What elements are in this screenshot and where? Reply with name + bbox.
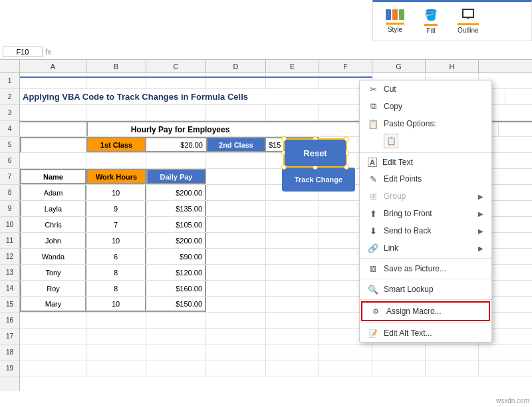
ctx-cut[interactable]: ✂ Cut	[360, 80, 491, 98]
row-header-10[interactable]: 10	[0, 217, 19, 233]
ctx-save-as-picture[interactable]: 🖼 Save as Picture...	[360, 260, 491, 277]
ctx-link[interactable]: 🔗 Link ▶	[360, 239, 491, 257]
row-header-9[interactable]: 9	[0, 201, 19, 217]
ctx-bring-to-front[interactable]: ⬆ Bring to Front ▶	[360, 205, 491, 222]
cell-c11[interactable]: 10	[86, 233, 146, 248]
cell-e14[interactable]	[206, 281, 266, 296]
cell-b1[interactable]	[20, 73, 86, 88]
cell-f12[interactable]	[266, 249, 319, 264]
col-header-d[interactable]: D	[206, 60, 266, 72]
cell-e12[interactable]	[206, 249, 266, 264]
cell-d1[interactable]	[146, 73, 206, 88]
cell-h18[interactable]	[372, 344, 426, 360]
cell-d11[interactable]: $200.00	[146, 233, 206, 248]
row-header-13[interactable]: 13	[0, 265, 19, 281]
cell-f1[interactable]	[266, 73, 319, 88]
cell-d10[interactable]: $105.00	[146, 217, 206, 232]
cell-c12[interactable]: 6	[86, 249, 146, 264]
style-button[interactable]: Style	[381, 6, 409, 37]
cell-c7-workhours[interactable]: Work Hours	[86, 169, 146, 184]
track-change-button[interactable]: Track Change	[282, 168, 355, 192]
cell-d3[interactable]	[146, 105, 206, 120]
ctx-edit-alt-text[interactable]: 📝 Edit Alt Text...	[360, 325, 491, 342]
row-header-1[interactable]: 1	[0, 73, 19, 89]
row-header-18[interactable]: 18	[0, 344, 19, 360]
cell-d15[interactable]: $150.00	[146, 297, 206, 312]
cell-e15[interactable]	[206, 297, 266, 312]
cell-c1[interactable]	[86, 73, 146, 88]
ctx-smart-lookup[interactable]: 🔍 Smart Lookup	[360, 281, 491, 298]
ctx-assign-macro[interactable]: ⚙ Assign Macro...	[361, 301, 490, 321]
row-header-8[interactable]: 8	[0, 185, 19, 201]
cell-b16[interactable]	[20, 313, 86, 328]
cell-c14[interactable]: 8	[86, 281, 146, 296]
cell-d6[interactable]	[146, 153, 206, 168]
cell-d17[interactable]	[146, 329, 206, 344]
cell-e17[interactable]	[206, 329, 266, 344]
cell-c17[interactable]	[86, 329, 146, 344]
cell-c3[interactable]	[86, 105, 146, 120]
cell-d13[interactable]: $120.00	[146, 265, 206, 280]
cell-f19[interactable]	[266, 360, 319, 376]
cell-b10-chris[interactable]: Chris	[20, 217, 86, 232]
cell-e7[interactable]	[206, 169, 266, 184]
cell-b11[interactable]: John	[20, 233, 86, 248]
ctx-group[interactable]: ⊞ Group ▶	[360, 188, 491, 205]
cell-d9[interactable]: $135.00	[146, 201, 206, 216]
cell-b15[interactable]: Mary	[20, 297, 86, 312]
ctx-send-to-back[interactable]: ⬇ Send to Back ▶	[360, 222, 491, 239]
fill-button[interactable]: 🪣 Fill	[420, 5, 442, 38]
row-header-7[interactable]: 7	[0, 169, 19, 185]
row-header-6[interactable]: 6	[0, 153, 19, 169]
cell-d12[interactable]: $90.00	[146, 249, 206, 264]
cell-d16[interactable]	[146, 313, 206, 328]
cell-i19[interactable]	[426, 360, 479, 376]
row-header-16[interactable]: 16	[0, 313, 19, 329]
cell-b2-title[interactable]: Applying VBA Code to Track Changes in Fo…	[20, 89, 339, 104]
cell-b6[interactable]	[20, 153, 86, 168]
cell-d4[interactable]	[273, 122, 332, 136]
row-header-14[interactable]: 14	[0, 281, 19, 297]
row-header-4[interactable]: 4	[0, 121, 19, 137]
name-box[interactable]	[3, 47, 43, 57]
cell-c5-1stclass[interactable]: 1st Class	[86, 137, 146, 152]
cell-d19[interactable]	[146, 360, 206, 376]
col-header-h[interactable]: H	[426, 60, 479, 72]
ctx-edit-points[interactable]: ✎ Edit Points	[360, 170, 491, 188]
cell-f10[interactable]	[266, 217, 319, 232]
cell-e10[interactable]	[206, 217, 266, 232]
cell-h19[interactable]	[372, 360, 426, 376]
cell-g18[interactable]	[319, 344, 372, 360]
cell-h2[interactable]	[505, 89, 532, 104]
cell-c15[interactable]: 10	[86, 297, 146, 312]
cell-f13[interactable]	[266, 265, 319, 280]
cell-c18[interactable]	[86, 344, 146, 360]
cell-e1[interactable]	[206, 73, 266, 88]
cell-c6[interactable]	[86, 153, 146, 168]
cell-b3[interactable]	[20, 105, 86, 120]
cell-f9[interactable]	[266, 201, 319, 216]
cell-d5-value[interactable]: $20.00	[146, 137, 206, 152]
row-header-2[interactable]: 2	[0, 89, 19, 105]
cell-c9[interactable]: 9	[86, 201, 146, 216]
col-header-f[interactable]: F	[319, 60, 372, 72]
cell-e19[interactable]	[206, 360, 266, 376]
cell-f15[interactable]	[266, 297, 319, 312]
cell-e6[interactable]	[206, 153, 266, 168]
cell-f18[interactable]	[266, 344, 319, 360]
cell-i18[interactable]	[426, 344, 479, 360]
cell-d14[interactable]: $160.00	[146, 281, 206, 296]
cell-e9[interactable]	[206, 201, 266, 216]
col-header-c[interactable]: C	[146, 60, 206, 72]
cell-c16[interactable]	[86, 313, 146, 328]
row-header-3[interactable]: 3	[0, 105, 19, 121]
formula-input[interactable]	[54, 48, 529, 56]
cell-f16[interactable]	[266, 313, 319, 328]
cell-b13[interactable]: Tony	[20, 265, 86, 280]
cell-g19[interactable]	[319, 360, 372, 376]
col-header-g[interactable]: G	[372, 60, 426, 72]
col-header-e[interactable]: E	[266, 60, 319, 72]
cell-c10[interactable]: 7	[86, 217, 146, 232]
col-header-a[interactable]: A	[20, 60, 86, 72]
cell-e16[interactable]	[206, 313, 266, 328]
